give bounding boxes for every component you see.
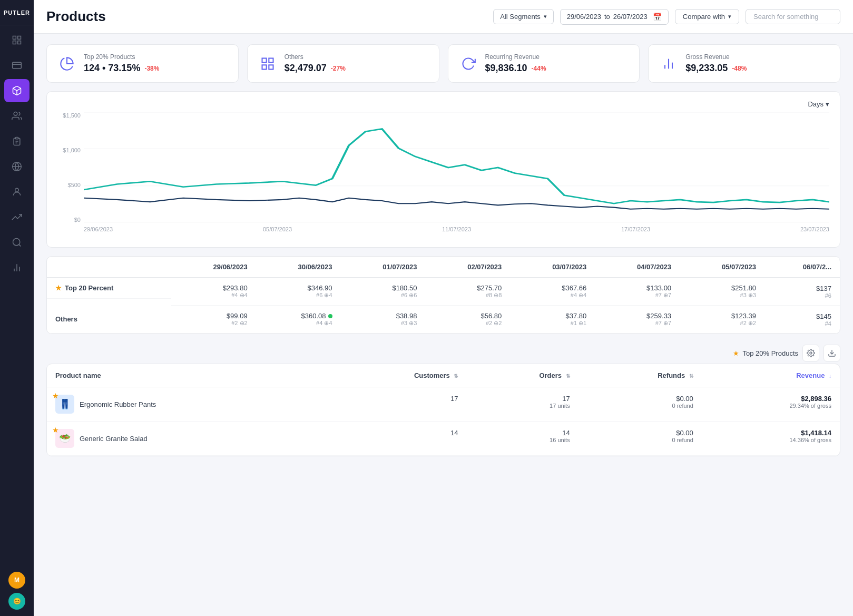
download-button[interactable] (823, 345, 840, 361)
card-top20-value: 124 • 73.15% (84, 63, 140, 74)
y-label-500: $500 (57, 182, 81, 188)
card-others-label: Others (285, 53, 346, 61)
card-recurring: Recurring Revenue $9,836.10 -44% (448, 44, 640, 83)
compare-button[interactable]: Compare with ▾ (675, 9, 739, 24)
settings-button[interactable] (802, 345, 819, 361)
sort-icon-revenue: ↓ (829, 373, 831, 379)
date-col-2: 30/06/2023 (256, 257, 341, 278)
star-overlay-2: ★ (52, 426, 59, 434)
sidebar-item-dashboard[interactable] (4, 28, 30, 52)
main-content: Products All Segments ▾ 29/06/2023 to 26… (34, 0, 853, 616)
top20-val-3: $180.50 #6 ⊕6 (341, 278, 426, 306)
products-table: Product name Customers ⇅ Orders ⇅ (47, 364, 840, 456)
sidebar-item-stats[interactable] (4, 256, 30, 279)
segment-label: All Segments (500, 13, 541, 21)
search-input[interactable]: Search for something (746, 9, 840, 24)
top20-badge-label: Top 20% Products (742, 349, 798, 357)
card-top20: Top 20% Products 124 • 73.15% -38% (46, 44, 239, 83)
star-badge-icon: ★ (733, 349, 739, 357)
product-star-1: 👖 ★ (55, 395, 74, 414)
card-recurring-value: $9,836.10 (485, 63, 527, 74)
card-top20-label: Top 20% Products (84, 53, 159, 61)
others-val-4: $56.80 #2 ⊕2 (425, 306, 510, 334)
chart-y-labels: $1,500 $1,000 $500 $0 (57, 112, 84, 223)
avatar-teal[interactable]: 😊 (8, 593, 25, 610)
people-icon (12, 187, 22, 197)
download-icon (828, 349, 836, 357)
svg-rect-1 (18, 36, 21, 40)
table-row: ★ Top 20 Percent $293.80 #4 ⊕4 $346.90 #… (47, 278, 840, 306)
users-icon (12, 111, 22, 121)
days-select-button[interactable]: Days ▾ (808, 100, 829, 108)
products-header: ★ Top 20% Products (46, 343, 840, 364)
svg-point-29 (810, 352, 812, 354)
search-placeholder: Search for something (753, 13, 819, 21)
sort-icon-orders: ⇅ (566, 373, 570, 379)
card-top20-badge: -38% (144, 65, 159, 72)
table-row: 🥗 ★ Generic Granite Salad 14 14 (47, 422, 840, 456)
chart-container: Days ▾ $1,500 $1,000 $500 $0 (46, 91, 840, 248)
sidebar-item-transactions[interactable] (4, 54, 30, 77)
x-label-3: 11/07/2023 (442, 226, 471, 239)
svg-rect-2 (18, 41, 21, 44)
avatar-m[interactable]: M (8, 572, 25, 589)
others-val-3: $38.98 #3 ⊕3 (341, 306, 426, 334)
date-from: 29/06/2023 (567, 13, 601, 21)
product-name-cell-2: 🥗 ★ Generic Granite Salad (47, 422, 323, 456)
y-label-0: $0 (57, 217, 81, 223)
svg-point-13 (13, 239, 20, 246)
x-label-1: 29/06/2023 (84, 226, 113, 239)
grid-icon (12, 35, 22, 45)
sidebar-item-analytics[interactable] (4, 155, 30, 178)
content-area: Top 20% Products 124 • 73.15% -38% Other… (34, 34, 853, 467)
date-col-7: 05/07/2023 (680, 257, 764, 278)
card-gross-value: $9,233.05 (685, 63, 728, 74)
col-revenue[interactable]: Revenue ↓ (702, 364, 840, 387)
row-label-top20: ★ Top 20 Percent (47, 278, 171, 299)
date-table: 29/06/2023 30/06/2023 01/07/2023 02/07/2… (47, 257, 840, 334)
card-others-value: $2,479.07 (285, 63, 327, 74)
green-dot (328, 314, 332, 318)
top20-val-7: $251.80 #3 ⊕3 (680, 278, 764, 306)
svg-point-12 (15, 188, 19, 192)
col-customers[interactable]: Customers ⇅ (323, 364, 467, 387)
card-recurring-badge: -44% (532, 65, 546, 72)
segment-selector[interactable]: All Segments ▾ (493, 9, 554, 24)
sidebar-bottom: M 😊 (8, 572, 25, 616)
card-gross: Gross Revenue $9,233.05 -48% (648, 44, 840, 83)
others-val-8: $145 #4 (764, 306, 840, 334)
date-separator: to (604, 13, 610, 21)
sidebar-item-products[interactable] (4, 79, 30, 102)
card-gross-body: Gross Revenue $9,233.05 -48% (685, 53, 747, 74)
sidebar-item-search[interactable] (4, 231, 30, 254)
col-orders[interactable]: Orders ⇅ (466, 364, 578, 387)
date-col-5: 03/07/2023 (510, 257, 595, 278)
product-thumb-emoji-1: 👖 (59, 398, 71, 410)
product-name-2: Generic Granite Salad (80, 435, 148, 443)
card-others-body: Others $2,479.07 -27% (285, 53, 346, 74)
top20-badge: ★ Top 20% Products (733, 349, 798, 357)
x-label-4: 17/07/2023 (621, 226, 650, 239)
svg-rect-4 (13, 62, 22, 69)
sidebar-nav (0, 25, 34, 572)
sidebar-item-customers[interactable] (4, 104, 30, 128)
chart-svg-wrapper (84, 112, 829, 223)
clipboard-icon (12, 136, 22, 146)
sidebar-item-affiliates[interactable] (4, 180, 30, 203)
svg-point-6 (14, 112, 17, 116)
refresh-icon (459, 54, 478, 73)
date-range-selector[interactable]: 29/06/2023 to 26/07/2023 📅 (560, 9, 669, 25)
others-val-2: $360.08 #4 ⊕4 (256, 306, 341, 334)
svg-rect-18 (262, 58, 266, 62)
col-refunds[interactable]: Refunds ⇅ (579, 364, 702, 387)
sidebar-item-reports[interactable] (4, 130, 30, 153)
sidebar-item-trends[interactable] (4, 206, 30, 229)
products-section: ★ Top 20% Products Product name (46, 343, 840, 456)
box-icon (12, 85, 22, 96)
sort-icon-customers: ⇅ (454, 373, 458, 379)
top20-val-2: $346.90 #6 ⊕4 (256, 278, 341, 306)
days-chevron-icon: ▾ (826, 100, 829, 108)
x-label-5: 23/07/2023 (800, 226, 829, 239)
x-label-2: 05/07/2023 (263, 226, 292, 239)
orders-1: 17 17 units (466, 387, 578, 422)
